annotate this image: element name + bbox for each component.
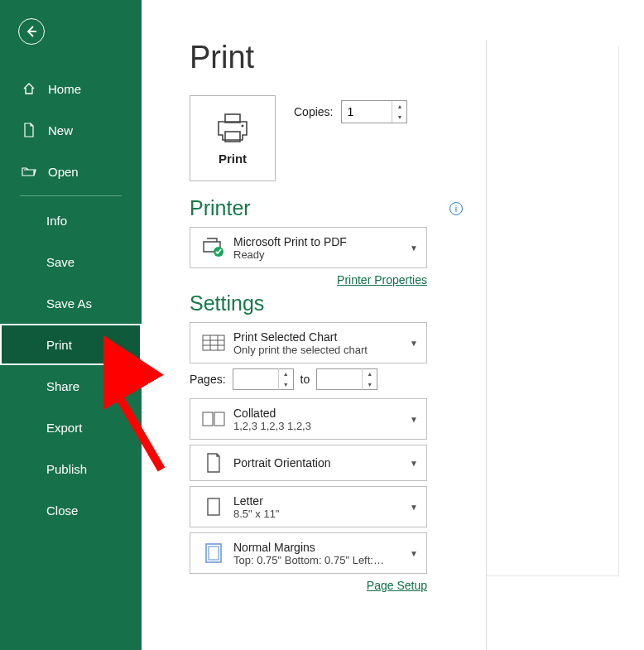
chevron-down-icon: ▼ <box>408 243 420 253</box>
pages-range-row: Pages: ▲▼ to ▲▼ <box>190 368 427 390</box>
sidebar-item-label: New <box>48 123 73 137</box>
chevron-down-icon: ▼ <box>408 459 420 468</box>
print-button-label: Print <box>219 152 247 166</box>
sidebar-item-label: Print <box>46 338 72 352</box>
pages-from-input[interactable] <box>233 373 278 386</box>
scope-title: Print Selected Chart <box>233 330 408 344</box>
collate-title: Collated <box>233 407 408 420</box>
sidebar-item-publish[interactable]: Publish <box>0 448 142 489</box>
backstage-sidebar: Home New Open Info Save Save As Print Sh… <box>0 0 142 650</box>
grid-icon <box>197 335 230 351</box>
copies-decrement[interactable]: ▼ <box>392 112 406 123</box>
info-icon[interactable]: i <box>449 202 463 215</box>
printer-status: Ready <box>233 248 408 261</box>
svg-rect-4 <box>203 335 224 350</box>
svg-point-2 <box>242 124 244 127</box>
sidebar-item-label: Info <box>46 214 67 228</box>
sidebar-item-share[interactable]: Share <box>0 365 142 407</box>
printer-name: Microsoft Print to PDF <box>233 235 408 248</box>
print-scope-selector[interactable]: Print Selected Chart Only print the sele… <box>190 322 427 364</box>
sidebar-item-new[interactable]: New <box>0 109 142 151</box>
printer-ready-icon <box>197 237 230 258</box>
scope-sub: Only print the selected chart <box>233 344 408 356</box>
copies-spinner[interactable]: ▲ ▼ <box>341 100 407 123</box>
page-title: Print <box>190 40 463 75</box>
orientation-selector[interactable]: Portrait Orientation ▼ <box>190 445 427 481</box>
pages-from-spinner[interactable]: ▲▼ <box>233 368 294 390</box>
sidebar-item-close[interactable]: Close <box>0 489 142 531</box>
collate-sub: 1,2,3 1,2,3 1,2,3 <box>233 420 408 432</box>
pages-from-down[interactable]: ▼ <box>279 379 293 390</box>
margins-selector[interactable]: Normal Margins Top: 0.75" Bottom: 0.75" … <box>190 532 427 574</box>
sidebar-item-open[interactable]: Open <box>0 151 142 192</box>
pages-to-label: to <box>300 373 310 386</box>
sidebar-item-home[interactable]: Home <box>0 68 142 109</box>
pages-to-input[interactable] <box>317 373 362 386</box>
portrait-icon <box>197 452 230 474</box>
svg-rect-6 <box>214 412 224 426</box>
print-preview-area <box>486 40 619 650</box>
copies-label: Copies: <box>294 105 333 118</box>
sidebar-item-info[interactable]: Info <box>0 200 142 241</box>
sidebar-divider <box>20 195 122 196</box>
copies-increment[interactable]: ▲ <box>392 101 406 112</box>
sidebar-item-label: Close <box>46 503 78 518</box>
back-button[interactable] <box>18 18 45 45</box>
margins-icon <box>197 542 230 564</box>
home-icon <box>20 82 38 95</box>
sidebar-item-label: Open <box>48 165 79 179</box>
paper-sub: 8.5" x 11" <box>233 508 408 520</box>
pages-label: Pages: <box>190 373 226 386</box>
collate-selector[interactable]: Collated 1,2,3 1,2,3 1,2,3 ▼ <box>190 398 427 440</box>
svg-rect-9 <box>209 546 219 560</box>
folder-open-icon <box>20 166 38 177</box>
chevron-down-icon: ▼ <box>408 503 420 512</box>
printer-icon <box>214 112 251 145</box>
sidebar-item-print[interactable]: Print <box>0 324 142 365</box>
paper-title: Letter <box>233 494 408 508</box>
preview-page <box>487 46 619 576</box>
new-file-icon <box>20 123 38 137</box>
sidebar-item-save-as[interactable]: Save As <box>0 282 142 324</box>
sidebar-item-label: Save <box>46 255 74 269</box>
svg-rect-5 <box>203 412 213 426</box>
chevron-down-icon: ▼ <box>408 549 420 558</box>
printer-properties-link[interactable]: Printer Properties <box>337 273 427 286</box>
pages-from-up[interactable]: ▲ <box>279 368 293 379</box>
settings-heading: Settings <box>190 291 264 315</box>
chevron-down-icon: ▼ <box>408 339 420 348</box>
paper-icon <box>197 497 230 517</box>
back-arrow-icon <box>25 25 38 38</box>
sidebar-item-label: Export <box>46 421 82 435</box>
sidebar-item-label: Share <box>46 379 79 393</box>
margins-title: Normal Margins <box>233 541 408 554</box>
pages-to-down[interactable]: ▼ <box>363 379 377 390</box>
margins-sub: Top: 0.75" Bottom: 0.75" Left:… <box>233 554 408 566</box>
printer-heading: Printer <box>190 196 251 220</box>
printer-selector[interactable]: Microsoft Print to PDF Ready ▼ <box>190 227 427 268</box>
orientation-title: Portrait Orientation <box>233 456 408 469</box>
copies-input[interactable] <box>342 105 392 118</box>
pages-to-spinner[interactable]: ▲▼ <box>316 368 377 390</box>
print-panel: Print Print Copies: ▲ ▼ <box>142 0 644 650</box>
sidebar-item-label: Home <box>48 82 81 96</box>
chevron-down-icon: ▼ <box>408 415 420 424</box>
sidebar-item-label: Publish <box>46 462 87 476</box>
sidebar-item-export[interactable]: Export <box>0 407 142 448</box>
sidebar-item-label: Save As <box>46 296 92 311</box>
sidebar-item-save[interactable]: Save <box>0 241 142 282</box>
collate-icon <box>197 411 230 427</box>
print-button[interactable]: Print <box>190 95 276 181</box>
pages-to-up[interactable]: ▲ <box>363 368 377 379</box>
page-setup-link[interactable]: Page Setup <box>367 579 427 592</box>
paper-size-selector[interactable]: Letter 8.5" x 11" ▼ <box>190 486 427 527</box>
svg-rect-7 <box>208 498 219 515</box>
